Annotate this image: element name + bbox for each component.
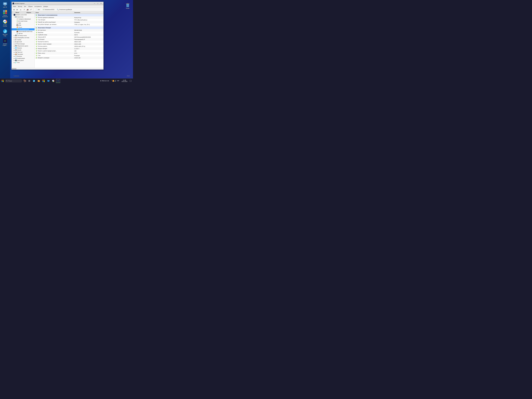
maximize-button[interactable]: □ (96, 2, 99, 5)
svg-text:64: 64 (13, 3, 14, 4)
menu-favorites[interactable]: Обране (27, 5, 33, 7)
data-table: Поле Значення 🔋 Властивості електроживле… (35, 11, 103, 59)
svg-rect-45 (44, 81, 45, 82)
tree-overclock[interactable]: 🔥 Розгін (12, 26, 35, 28)
forward-button[interactable]: ▶ (16, 8, 19, 11)
tree-os[interactable]: ▶ 🪟 Операційна система (12, 37, 35, 39)
svg-rect-1 (4, 3, 6, 5)
animal-widget[interactable]: 🦬 (22, 79, 27, 83)
notification-button[interactable] (129, 79, 133, 83)
tree-database[interactable]: ▶ 🗄️ База даних (12, 59, 35, 61)
recycle-bin-icon[interactable]: Кошик (124, 2, 132, 9)
section-header-battery: 🔋 Властивості батареї (35, 27, 103, 29)
tree-directx[interactable]: ▶ 🎮 DirectX (12, 49, 35, 51)
driver-update-button[interactable]: 🔍 Оновлення драйверів (56, 8, 73, 11)
desktop-icon-chrome[interactable]: Google Chrome (1, 19, 9, 27)
tree-computer-label: Комп'ютер (17, 16, 23, 18)
desktop-icon-control-panel[interactable]: Панель керування (1, 9, 9, 18)
start-button[interactable] (0, 79, 5, 83)
svg-rect-31 (3, 80, 4, 81)
scrollbar-thumb[interactable] (12, 68, 16, 69)
desktop: Цей ПК Панель керування (0, 0, 133, 83)
display-icon: 🖥 (15, 41, 16, 43)
svg-rect-37 (29, 80, 30, 81)
table-row: 🔋Напруга батареї 11.615 V (35, 48, 103, 50)
up-button[interactable]: ▲ (19, 8, 22, 11)
taskbar-store[interactable] (41, 79, 46, 83)
svg-point-34 (6, 80, 7, 81)
svg-rect-7 (5, 12, 7, 14)
systray-icons: ⌃ 📶 🔊 УКР (110, 80, 120, 82)
control-panel-icon (3, 10, 7, 14)
menu-file[interactable]: Файл (12, 5, 17, 7)
svg-rect-53 (130, 80, 131, 82)
section-header-power: 🔋 Властивості електроживлення (35, 14, 103, 16)
tree-summary[interactable]: 📋 Сумарна інформація (12, 18, 35, 20)
close-button[interactable]: ✕ (100, 2, 102, 5)
bottom-scrollbar[interactable] (12, 68, 103, 70)
table-row: 🔋Серійний номер 40372 (35, 34, 103, 36)
network-icon: 🌐 (15, 47, 17, 49)
taskview-button[interactable] (27, 79, 32, 83)
tree-root-label: AIDA64 v6.33.5700 (16, 14, 27, 16)
tree-computername[interactable]: 🖥 Ім'я комп'ютера (12, 20, 35, 22)
desktop-icon-edge[interactable]: Microsoft Edge (1, 28, 9, 37)
portable-icon: 💼 (16, 31, 18, 32)
bios-update-button[interactable]: ⬇ Оновлення BIOS (42, 8, 55, 11)
taskbar-explorer[interactable] (37, 79, 41, 83)
tree-portable[interactable]: 💼 Портативний комп'ютер (12, 30, 35, 32)
tree-os-label: Операційна система (17, 37, 29, 38)
table-row: 🔋Поточна ємність 33530 mWh (78 %) (35, 45, 103, 48)
refresh-button[interactable]: ↺ (23, 8, 26, 11)
taskbar-chrome[interactable] (51, 79, 56, 83)
tree-ipmi[interactable]: 🔲 IPMI (12, 24, 35, 26)
menu-report[interactable]: Звіт (23, 5, 27, 7)
menu-help[interactable]: Довідка (43, 5, 49, 7)
svg-point-12 (3, 29, 7, 33)
svg-rect-4 (3, 10, 5, 12)
tree-network-label: Мережа (17, 47, 22, 49)
tree-network[interactable]: ▶ 🌐 Мережа (12, 47, 35, 49)
desktop-icon-aida64[interactable]: 64 AIDA64 Engine... (1, 38, 9, 47)
desktop-icon-this-pc[interactable]: Цей ПК (1, 1, 9, 8)
tree-computer[interactable]: ▼ 💻 Комп'ютер (12, 16, 35, 18)
table-row: 🔋Швидкість розрядки 14100 mW (35, 57, 103, 59)
tree-multimedia[interactable]: ▶ 🎵 Мультимедіа (12, 43, 35, 45)
menu-tools[interactable]: Інструменти (33, 5, 43, 7)
devices-icon: 🔌 (15, 51, 17, 53)
report-button[interactable]: 📄 Звіт (34, 8, 41, 11)
taskbar-clock[interactable]: 11:06 03.05.2023 (121, 80, 128, 82)
taskbar-aida64[interactable]: 64 (56, 79, 60, 83)
search-bar[interactable]: Пошук (5, 79, 22, 82)
menu-view[interactable]: Вигляд (17, 5, 23, 7)
tree-sensor[interactable]: 📡 Датчик (12, 32, 35, 35)
tree-portable-label: Портативний комп'ютер (19, 31, 32, 32)
tree-item-root[interactable]: ▼ 64 AIDA64 v6.33.5700 (12, 14, 35, 16)
report-icon: 📄 (35, 9, 37, 11)
tree-dmi[interactable]: 📋 DMI (12, 22, 35, 24)
tree-motherboard-label: Системна плата (17, 35, 27, 36)
back-button[interactable]: ◀ (12, 8, 15, 11)
tree-test[interactable]: ▶ 🧪 Тест (12, 61, 35, 63)
directx-icon: 🎮 (15, 49, 17, 51)
taskbar-edge[interactable] (32, 79, 36, 83)
tree-security[interactable]: ▶ 🛡️ Безпека (12, 55, 35, 57)
tree-config[interactable]: ▶ ⚙️ Конфігурація (12, 57, 35, 59)
lenovo-brand-label: Lenovo (14, 75, 19, 77)
tree-server[interactable]: ▶ 🖧 Сервер (12, 39, 35, 41)
tree-devices[interactable]: ▶ 🔌 Пристрої (12, 51, 35, 53)
minimize-button[interactable]: ─ (93, 2, 96, 5)
chrome-label: Google Chrome (1, 24, 9, 27)
taskbar-mail[interactable] (46, 79, 51, 83)
tree-storage[interactable]: ▶ 💾 Збереження даних (12, 45, 35, 47)
tree-motherboard[interactable]: ▶ 🖥️ Системна плата (12, 35, 35, 37)
graph-button[interactable] (26, 8, 29, 11)
svg-point-40 (33, 80, 35, 82)
chart-button[interactable] (30, 8, 32, 11)
arrow-up-icon[interactable]: ⌃ (111, 80, 112, 82)
tree-power[interactable]: 🔋 Електроживлення (12, 28, 35, 30)
tree-display[interactable]: ▶ 🖥 Дисплей (12, 41, 35, 43)
svg-rect-36 (28, 80, 29, 81)
sensor-icon: 📡 (16, 33, 18, 34)
tree-programs[interactable]: ▶ 📦 Програми (12, 53, 35, 55)
